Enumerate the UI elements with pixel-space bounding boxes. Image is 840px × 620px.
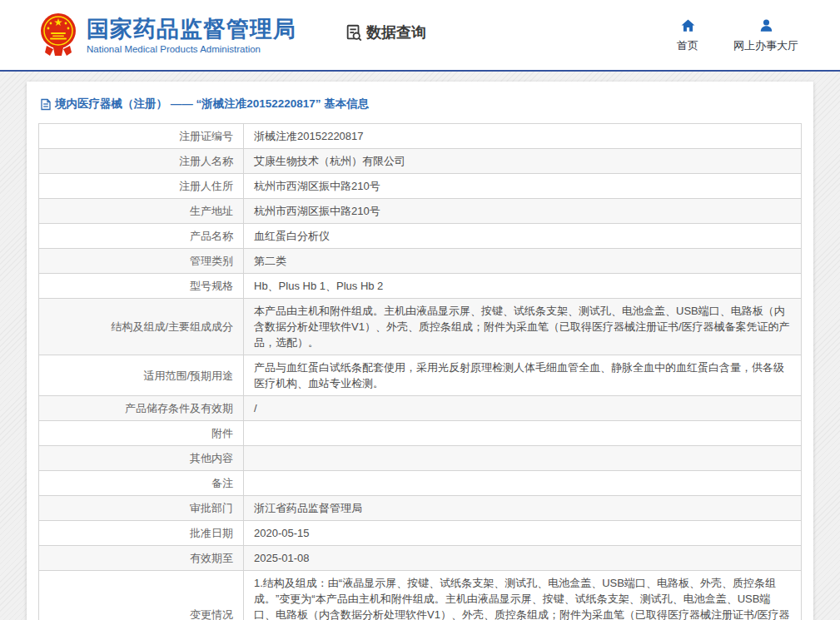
row-label-text: 结构及组成/主要组成成分 xyxy=(111,320,233,333)
row-label: 型号规格 xyxy=(39,274,244,299)
row-label: 产品名称 xyxy=(39,224,244,249)
breadcrumb: 境内医疗器械（注册） —— “浙械注准20152220817” 基本信息 xyxy=(38,93,802,123)
row-label-text: 变更情况 xyxy=(190,608,233,620)
row-value-text: 2020-05-15 xyxy=(254,527,310,539)
row-label: 其他内容 xyxy=(39,446,244,471)
brand: 国家药品监督管理局 National Medical Products Admi… xyxy=(40,11,296,59)
header-nav: 首页 网上办事大厅 xyxy=(677,17,815,53)
row-value-text: 产品与血红蛋白试纸条配套使用，采用光反射原理检测人体毛细血管全血、静脉全血中的血… xyxy=(254,361,784,389)
row-value-text: 杭州市西湖区振中路210号 xyxy=(254,205,380,217)
table-row: 注册人住所杭州市西湖区振中路210号 xyxy=(39,174,802,199)
row-value-text: 第二类 xyxy=(254,255,286,267)
row-label: 适用范围/预期用途 xyxy=(39,355,244,396)
info-table-body: 注册证编号浙械注准20152220817注册人名称艾康生物技术（杭州）有限公司注… xyxy=(39,124,802,620)
row-value-text: 杭州市西湖区振中路210号 xyxy=(254,180,380,192)
table-row: 附件 xyxy=(39,421,802,446)
row-value-text: / xyxy=(254,402,257,414)
registration-info-table: 注册证编号浙械注准20152220817注册人名称艾康生物技术（杭州）有限公司注… xyxy=(38,123,802,620)
row-value-text: Hb、Plus Hb 1、Plus Hb 2 xyxy=(254,280,383,292)
row-label: 生产地址 xyxy=(39,199,244,224)
row-value: 血红蛋白分析仪 xyxy=(244,224,802,249)
table-row: 其他内容 xyxy=(39,446,802,471)
data-query-entry[interactable]: 数据查询 xyxy=(345,22,426,42)
row-value: 2020-05-15 xyxy=(244,521,802,546)
row-value-text: 本产品由主机和附件组成。主机由液晶显示屏、按键、试纸条支架、测试孔、电池盒盖、U… xyxy=(254,305,790,349)
row-label-text: 适用范围/预期用途 xyxy=(143,370,233,382)
table-row: 适用范围/预期用途产品与血红蛋白试纸条配套使用，采用光反射原理检测人体毛细血管全… xyxy=(39,355,802,396)
site-header: 国家药品监督管理局 National Medical Products Admi… xyxy=(0,0,840,72)
row-value: 杭州市西湖区振中路210号 xyxy=(244,199,802,224)
row-value-text: 血红蛋白分析仪 xyxy=(254,230,330,242)
nav-label-home: 首页 xyxy=(677,38,698,53)
row-value-text: 浙械注准20152220817 xyxy=(254,130,364,142)
row-label: 备注 xyxy=(39,471,244,496)
nav-item-home[interactable]: 首页 xyxy=(677,17,698,53)
row-label-text: 审批部门 xyxy=(190,502,233,514)
national-emblem-logo xyxy=(40,11,77,59)
row-label-text: 有效期至 xyxy=(190,552,233,564)
row-label: 管理类别 xyxy=(39,249,244,274)
section-title: 数据查询 xyxy=(366,22,426,42)
row-label-text: 其他内容 xyxy=(190,452,233,464)
table-row: 备注 xyxy=(39,471,802,496)
table-row: 产品名称血红蛋白分析仪 xyxy=(39,224,802,249)
row-value: 1.结构及组成：由“液晶显示屏、按键、试纸条支架、测试孔、电池盒盖、USB端口、… xyxy=(244,571,802,620)
row-label: 产品储存条件及有效期 xyxy=(39,396,244,421)
nav-item-service-hall[interactable]: 网上办事大厅 xyxy=(733,17,798,53)
org-name-cn: 国家药品监督管理局 xyxy=(87,17,296,42)
row-label-text: 生产地址 xyxy=(190,205,233,217)
table-row: 审批部门浙江省药品监督管理局 xyxy=(39,496,802,521)
row-label-text: 产品名称 xyxy=(190,230,233,242)
row-label: 结构及组成/主要组成成分 xyxy=(39,299,244,355)
row-label-text: 批准日期 xyxy=(190,527,233,539)
table-row: 有效期至2025-01-08 xyxy=(39,546,802,571)
row-label: 注册人名称 xyxy=(39,149,244,174)
brand-text: 国家药品监督管理局 National Medical Products Admi… xyxy=(87,17,296,54)
table-row: 批准日期2020-05-15 xyxy=(39,521,802,546)
row-value: 浙械注准20152220817 xyxy=(244,124,802,149)
row-value: 第二类 xyxy=(244,249,802,274)
row-label-text: 型号规格 xyxy=(190,280,233,292)
row-label-text: 产品储存条件及有效期 xyxy=(125,402,233,414)
row-value: 浙江省药品监督管理局 xyxy=(244,496,802,521)
document-icon xyxy=(40,98,52,111)
row-value: 产品与血红蛋白试纸条配套使用，采用光反射原理检测人体毛细血管全血、静脉全血中的血… xyxy=(244,355,802,396)
table-row: 注册人名称艾康生物技术（杭州）有限公司 xyxy=(39,149,802,174)
home-icon xyxy=(680,17,696,33)
table-row: 型号规格Hb、Plus Hb 1、Plus Hb 2 xyxy=(39,274,802,299)
row-value: 杭州市西湖区振中路210号 xyxy=(244,174,802,199)
row-label: 注册证编号 xyxy=(39,124,244,149)
row-value: / xyxy=(244,396,802,421)
row-label: 有效期至 xyxy=(39,546,244,571)
row-value: 本产品由主机和附件组成。主机由液晶显示屏、按键、试纸条支架、测试孔、电池盒盖、U… xyxy=(244,299,802,355)
row-label-text: 注册人名称 xyxy=(179,155,233,167)
user-icon xyxy=(758,17,774,33)
table-row: 管理类别第二类 xyxy=(39,249,802,274)
row-label: 变更情况 xyxy=(39,571,244,620)
row-value: 艾康生物技术（杭州）有限公司 xyxy=(244,149,802,174)
nav-label-service-hall: 网上办事大厅 xyxy=(733,38,798,53)
org-name-en: National Medical Products Administration xyxy=(87,44,296,54)
row-label: 审批部门 xyxy=(39,496,244,521)
breadcrumb-text: 境内医疗器械（注册） —— “浙械注准20152220817” 基本信息 xyxy=(55,97,369,112)
row-value xyxy=(244,471,802,496)
row-value xyxy=(244,421,802,446)
row-value-text: 浙江省药品监督管理局 xyxy=(254,502,362,514)
row-value: 2025-01-08 xyxy=(244,546,802,571)
table-row: 结构及组成/主要组成成分本产品由主机和附件组成。主机由液晶显示屏、按键、试纸条支… xyxy=(39,299,802,355)
row-label-text: 管理类别 xyxy=(190,255,233,267)
row-label: 注册人住所 xyxy=(39,174,244,199)
row-value xyxy=(244,446,802,471)
table-row: 变更情况1.结构及组成：由“液晶显示屏、按键、试纸条支架、测试孔、电池盒盖、US… xyxy=(39,571,802,620)
row-label-text: 注册人住所 xyxy=(179,180,233,192)
row-label-text: 附件 xyxy=(211,427,233,439)
table-row: 注册证编号浙械注准20152220817 xyxy=(39,124,802,149)
document-search-icon xyxy=(345,23,363,42)
table-row: 生产地址杭州市西湖区振中路210号 xyxy=(39,199,802,224)
row-label: 附件 xyxy=(39,421,244,446)
content-card: 境内医疗器械（注册） —— “浙械注准20152220817” 基本信息 注册证… xyxy=(27,82,813,620)
row-label-text: 注册证编号 xyxy=(179,130,233,142)
row-value-text: 艾康生物技术（杭州）有限公司 xyxy=(254,155,405,167)
table-row: 产品储存条件及有效期/ xyxy=(39,396,802,421)
row-label-text: 备注 xyxy=(211,477,233,489)
